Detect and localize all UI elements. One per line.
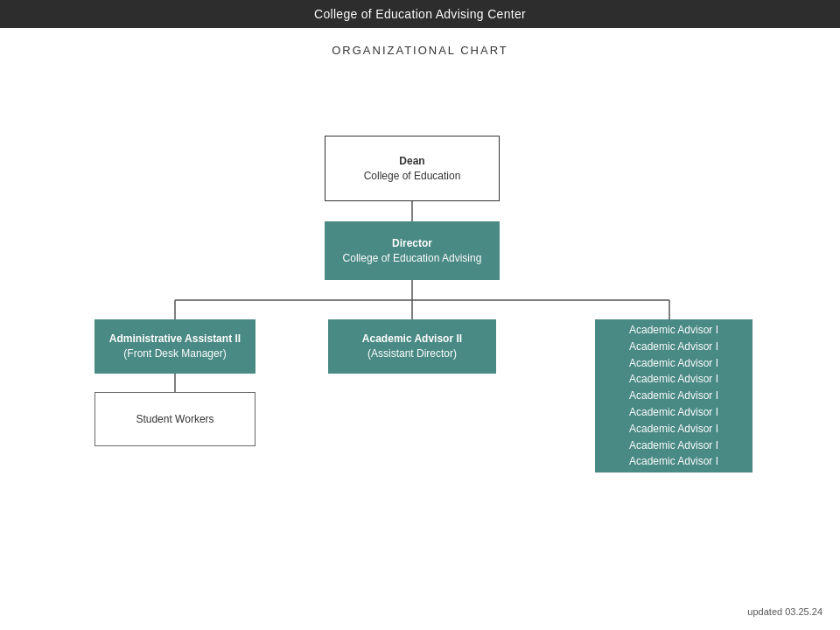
advisor-6: Academic Advisor I	[629, 405, 718, 420]
academic-advisor-ii-title: Academic Advisor II	[362, 332, 462, 346]
academic-advisor-ii-subtitle: (Assistant Director)	[368, 346, 457, 361]
subtitle: ORGANIZATIONAL CHART	[0, 44, 840, 57]
top-bar: College of Education Advising Center	[0, 0, 840, 28]
advisor-2: Academic Advisor I	[629, 340, 718, 354]
director-title: Director	[392, 236, 432, 251]
academic-advisor-ii-node: Academic Advisor II (Assistant Director)	[328, 319, 496, 374]
advisor-8: Academic Advisor I	[629, 438, 718, 453]
advisor-4: Academic Advisor I	[629, 372, 718, 387]
admin-asst-subtitle: (Front Desk Manager)	[123, 346, 226, 361]
director-subtitle: College of Education Advising	[343, 251, 482, 266]
advisor-5: Academic Advisor I	[629, 388, 718, 403]
advisor-1: Academic Advisor I	[629, 323, 718, 338]
advisor-3: Academic Advisor I	[629, 356, 718, 371]
dean-node: Dean College of Education	[325, 136, 500, 201]
dean-title: Dean	[399, 154, 424, 169]
top-bar-title: College of Education Advising Center	[314, 7, 526, 21]
admin-asst-title: Administrative Assistant II	[109, 332, 241, 346]
dean-subtitle: College of Education	[364, 169, 461, 184]
advisor-7: Academic Advisor I	[629, 422, 718, 437]
student-workers-node: Student Workers	[94, 392, 256, 446]
director-node: Director College of Education Advising	[325, 221, 500, 280]
student-workers-title: Student Workers	[136, 412, 214, 427]
admin-asst-node: Administrative Assistant II (Front Desk …	[94, 319, 256, 374]
org-chart: Dean College of Education Director Colle…	[0, 57, 840, 626]
advisor-9: Academic Advisor I	[629, 454, 718, 469]
academic-advisors-group: Academic Advisor I Academic Advisor I Ac…	[595, 319, 752, 472]
updated-label: updated 03.25.24	[747, 606, 822, 617]
